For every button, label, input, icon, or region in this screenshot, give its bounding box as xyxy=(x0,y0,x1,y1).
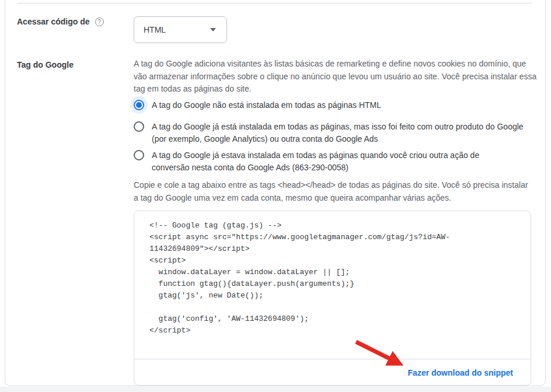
download-snippet-link[interactable]: Fazer download do snippet xyxy=(408,368,513,377)
page-background-strip xyxy=(0,387,551,392)
radio-unselected-icon[interactable] xyxy=(134,121,144,132)
access-code-label: Acessar código de xyxy=(17,17,90,26)
radio-option-label[interactable]: A tag do Google já está instalada em tod… xyxy=(152,121,532,145)
radio-option-not-installed[interactable]: A tag do Google não está instalada em to… xyxy=(134,99,381,111)
help-icon[interactable]: ? xyxy=(95,18,104,26)
section-divider xyxy=(17,3,532,4)
radio-option-installed-other-action[interactable]: A tag do Google já estava instalada em t… xyxy=(134,149,502,174)
code-footer: Fazer download do snippet xyxy=(134,359,531,386)
code-type-dropdown[interactable]: HTML xyxy=(134,16,227,43)
access-code-row-label: Acessar código de ? xyxy=(17,17,104,26)
chevron-down-icon xyxy=(210,28,216,32)
radio-option-label[interactable]: A tag do Google já estava instalada em t… xyxy=(152,149,502,174)
radio-unselected-icon[interactable] xyxy=(134,150,144,160)
google-tag-label: Tag do Google xyxy=(17,60,74,69)
google-tag-row-label: Tag do Google xyxy=(17,60,74,69)
dropdown-selected-value: HTML xyxy=(144,25,166,34)
radio-option-installed-other-product[interactable]: A tag do Google já está instalada em tod… xyxy=(134,121,532,145)
code-snippet: <!-- Google tag (gtag.js) --> <script as… xyxy=(149,220,525,337)
conversion-tag-card: Acessar código de ? HTML Tag do Google A… xyxy=(5,0,546,386)
copy-instructions: Copie e cole a tag abaixo entre as tags … xyxy=(134,179,533,204)
radio-selected-icon[interactable] xyxy=(134,100,144,110)
radio-option-label[interactable]: A tag do Google não está instalada em to… xyxy=(152,99,381,111)
google-tag-description: A tag do Google adiciona visitantes às l… xyxy=(134,58,539,96)
code-snippet-box: <!-- Google tag (gtag.js) --> <script as… xyxy=(134,211,531,386)
